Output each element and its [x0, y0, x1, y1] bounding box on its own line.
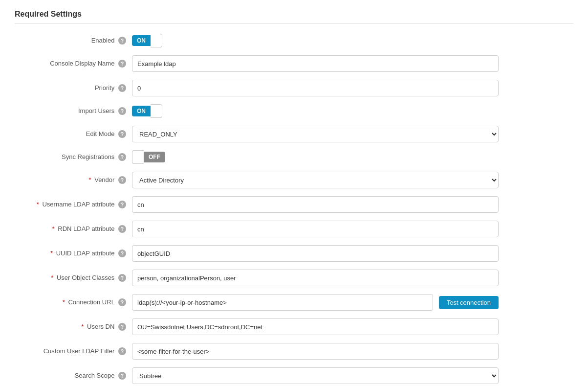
console-display-name-help-icon[interactable]: ? [118, 60, 126, 68]
rdn-ldap-help-icon[interactable]: ? [118, 225, 126, 233]
enabled-toggle-handle [151, 34, 162, 47]
uuid-ldap-input[interactable] [132, 245, 499, 262]
console-display-name-row: Console Display Name ? [15, 55, 573, 72]
search-scope-help-icon[interactable]: ? [118, 372, 126, 380]
sync-registrations-help-icon[interactable]: ? [118, 153, 126, 161]
custom-user-ldap-filter-row: Custom User LDAP Filter ? [15, 343, 573, 360]
sync-registrations-toggle-handle [132, 150, 144, 164]
custom-user-ldap-filter-input[interactable] [132, 343, 499, 360]
connection-url-input[interactable] [132, 294, 433, 311]
rdn-ldap-label: * RDN LDAP attribute ? [15, 225, 132, 233]
edit-mode-label: Edit Mode ? [15, 130, 132, 138]
username-ldap-input[interactable] [132, 196, 499, 213]
sync-registrations-toggle-label: OFF [144, 152, 165, 162]
users-dn-label: * Users DN ? [15, 323, 132, 331]
custom-user-ldap-filter-label: Custom User LDAP Filter ? [15, 347, 132, 356]
sync-registrations-label: Sync Registrations ? [15, 153, 132, 161]
import-users-toggle[interactable]: ON [132, 104, 162, 118]
username-ldap-label: * Username LDAP attribute ? [15, 201, 132, 209]
vendor-label: * Vendor ? [15, 176, 132, 184]
vendor-row: * Vendor ? Active Directory Red Hat Dire… [15, 172, 573, 188]
connection-url-label: * Connection URL ? [15, 298, 132, 307]
username-ldap-row: * Username LDAP attribute ? [15, 196, 573, 213]
import-users-toggle-label: ON [132, 106, 151, 116]
search-scope-label: Search Scope ? [15, 372, 132, 380]
import-users-label: Import Users ? [15, 107, 132, 115]
rdn-ldap-input[interactable] [132, 221, 499, 237]
enabled-toggle-on-label: ON [132, 35, 151, 46]
vendor-help-icon[interactable]: ? [118, 176, 126, 184]
uuid-ldap-label: * UUID LDAP attribute ? [15, 250, 132, 258]
priority-label: Priority ? [15, 84, 132, 92]
import-users-row: Import Users ? ON [15, 104, 573, 118]
enabled-toggle[interactable]: ON [132, 34, 162, 47]
edit-mode-select[interactable]: READ_ONLY WRITABLE UNSYNCED [132, 126, 499, 142]
enabled-label: Enabled ? [15, 37, 132, 45]
enabled-row: Enabled ? ON [15, 34, 573, 47]
sync-registrations-toggle[interactable]: OFF [132, 150, 165, 164]
section-title: Required Settings [15, 10, 573, 24]
console-display-name-input[interactable] [132, 55, 499, 72]
user-object-classes-row: * User Object Classes ? [15, 270, 573, 286]
edit-mode-row: Edit Mode ? READ_ONLY WRITABLE UNSYNCED [15, 126, 573, 142]
users-dn-help-icon[interactable]: ? [118, 323, 126, 331]
search-scope-row: Search Scope ? Subtree One Level [15, 367, 573, 384]
console-display-name-label: Console Display Name ? [15, 60, 132, 68]
connection-url-with-btn: Test connection [132, 294, 499, 311]
users-dn-row: * Users DN ? [15, 318, 573, 335]
custom-user-ldap-filter-help-icon[interactable]: ? [118, 347, 126, 355]
rdn-ldap-row: * RDN LDAP attribute ? [15, 221, 573, 237]
sync-registrations-row: Sync Registrations ? OFF [15, 150, 573, 164]
test-connection-button[interactable]: Test connection [439, 296, 499, 309]
priority-input[interactable] [132, 80, 499, 96]
vendor-select[interactable]: Active Directory Red Hat Directory Serve… [132, 172, 499, 188]
search-scope-select[interactable]: Subtree One Level [132, 367, 499, 384]
user-object-classes-help-icon[interactable]: ? [118, 274, 126, 282]
connection-url-help-icon[interactable]: ? [118, 298, 126, 306]
edit-mode-help-icon[interactable]: ? [118, 130, 126, 138]
uuid-ldap-row: * UUID LDAP attribute ? [15, 245, 573, 262]
priority-help-icon[interactable]: ? [118, 84, 126, 92]
page-container: Required Settings Enabled ? ON Console D… [0, 0, 588, 386]
priority-row: Priority ? [15, 80, 573, 96]
enabled-help-icon[interactable]: ? [118, 37, 126, 45]
user-object-classes-label: * User Object Classes ? [15, 274, 132, 282]
import-users-help-icon[interactable]: ? [118, 107, 126, 115]
uuid-ldap-help-icon[interactable]: ? [118, 250, 126, 257]
username-ldap-help-icon[interactable]: ? [118, 201, 126, 208]
import-users-toggle-handle [151, 104, 162, 118]
connection-url-row: * Connection URL ? Test connection [15, 294, 573, 311]
user-object-classes-input[interactable] [132, 270, 499, 286]
users-dn-input[interactable] [132, 318, 499, 335]
